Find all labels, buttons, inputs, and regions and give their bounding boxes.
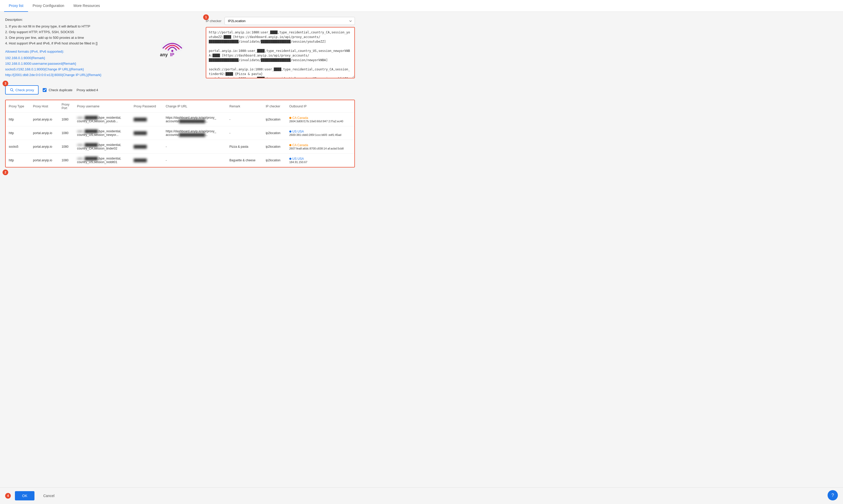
- proxy-input-section: 1 IP checker IP2Location ipinfo.io ipapi…: [206, 17, 355, 79]
- row2-ip: 2600:381:cbb0:285f:1ccc:b6f3 :edf1:45ad: [289, 133, 351, 137]
- col-outbound-ip: Outbound IP: [286, 100, 355, 113]
- ip-checker-select[interactable]: IP2Location ipinfo.io ipapi.co: [224, 17, 355, 25]
- table-row: http portal.anyip.io 1080 user_██████,ty…: [6, 113, 355, 126]
- description-box: Description: 1. If you do not fill in th…: [5, 17, 139, 79]
- table-header-row: Proxy Type Proxy Host Proxy Port Proxy u…: [6, 100, 355, 113]
- step-badge-3: 3: [3, 81, 8, 86]
- description-title: Description:: [5, 17, 139, 23]
- row1-remark: -: [226, 113, 262, 126]
- row1-ip-checker: ip2location: [262, 113, 286, 126]
- row2-change-ip: https://dashboard.anyip.io/api/proxy_acc…: [162, 126, 226, 140]
- row2-remark: -: [226, 126, 262, 140]
- check-duplicate-row: Check duplicate: [43, 88, 72, 92]
- row2-username: user_██████,type_residential,country_US,…: [74, 126, 131, 140]
- format-link-1[interactable]: 192.168.0.1:8000:username:password{Remar…: [5, 61, 139, 67]
- format-link-2[interactable]: socks5://192.168.0.1:8000{Change IP URL}…: [5, 67, 139, 72]
- table-header: Proxy Type Proxy Host Proxy Port Proxy u…: [6, 100, 355, 113]
- row2-location: US USA: [289, 130, 351, 133]
- col-remark: Remark: [226, 100, 262, 113]
- col-proxy-username: Proxy username: [74, 100, 131, 113]
- check-duplicate-checkbox[interactable]: [43, 88, 47, 92]
- row3-ip-checker: ip2location: [262, 140, 286, 154]
- nav-tabs: Proxy list Proxy Configuration More Reso…: [0, 0, 843, 12]
- tab-more-resources[interactable]: More Resources: [69, 0, 105, 12]
- row1-ip: 2604:3d08:f17b:10e0:60cf:847 2:f7a2:ec40: [289, 120, 351, 123]
- row3-location: CA Canada: [289, 143, 351, 147]
- ip-checker-label: IP checker: [206, 19, 221, 23]
- col-proxy-host: Proxy Host: [30, 100, 58, 113]
- table-row: http portal.anyip.io 1080 user_██████,ty…: [6, 154, 355, 167]
- step-badge-4: 4: [5, 493, 11, 499]
- row3-remark: Pizza & pasta: [226, 140, 262, 154]
- logo-area: any IP: [144, 17, 201, 79]
- row4-host: portal.anyip.io: [30, 154, 58, 167]
- check-proxy-btn-label: Check proxy: [15, 88, 34, 92]
- ip-checker-row: IP checker IP2Location ipinfo.io ipapi.c…: [206, 17, 355, 25]
- proxy-added-label: Proxy added:4: [76, 88, 98, 92]
- cancel-button[interactable]: Cancel: [38, 491, 59, 500]
- svg-point-1: [171, 50, 173, 52]
- anyip-logo: any IP: [152, 38, 193, 58]
- row2-outbound: US USA 2600:381:cbb0:285f:1ccc:b6f3 :edf…: [286, 126, 355, 140]
- row1-change-ip: https://dashboard.anyip.io/api/proxy_acc…: [162, 113, 226, 126]
- main-content: Description: 1. If you do not fill in th…: [0, 12, 360, 177]
- row4-change-ip: -: [162, 154, 226, 167]
- row1-outbound: CA Canada 2604:3d08:f17b:10e0:60cf:847 2…: [286, 113, 355, 126]
- svg-text:IP: IP: [170, 52, 174, 57]
- row1-password: ██████: [131, 113, 163, 126]
- col-proxy-type: Proxy Type: [6, 100, 30, 113]
- col-change-ip-url: Change IP URL: [162, 100, 226, 113]
- row2-port: 1080: [58, 126, 74, 140]
- format-link-0[interactable]: 192.168.0.1:8000{Remark}: [5, 55, 139, 61]
- allowed-formats-title: Allowed formats (IPv4, IPv6 supported):: [5, 49, 139, 54]
- row1-port: 1080: [58, 113, 74, 126]
- row4-ip: 184.91.150.67: [289, 161, 351, 164]
- row1-location: CA Canada: [289, 116, 351, 120]
- table-body: http portal.anyip.io 1080 user_██████,ty…: [6, 113, 355, 167]
- top-section: Description: 1. If you do not fill in th…: [5, 17, 355, 79]
- col-proxy-port: Proxy Port: [58, 100, 74, 113]
- desc-item-4: 4. Host support IPv4 and IPv6, if IPv6 h…: [5, 41, 139, 46]
- ok-button[interactable]: OK: [15, 491, 34, 500]
- desc-item-2: 2. Only support HTTP, HTTPS, SSH, SOCKS5: [5, 29, 139, 35]
- tab-proxy-configuration[interactable]: Proxy Configuration: [28, 0, 69, 12]
- proxy-textarea[interactable]: http://portal.anyip.io:1080:user_████,ty…: [206, 27, 355, 78]
- row3-type: socks5: [6, 140, 30, 154]
- row3-outbound: CA Canada 2607:fea8:a6dc:8700:c838:14 af…: [286, 140, 355, 154]
- desc-item-1: 1. If you do not fill in the proxy type,…: [5, 24, 139, 29]
- proxy-table-container: Proxy Type Proxy Host Proxy Port Proxy u…: [5, 100, 355, 167]
- col-ip-checker: IP checker: [262, 100, 286, 113]
- check-proxy-button[interactable]: Check proxy: [5, 85, 38, 94]
- search-icon: [10, 88, 14, 92]
- row3-port: 1080: [58, 140, 74, 154]
- format-link-3[interactable]: http://[2001:db8:2de:0:0:0:0:e13]:8000{C…: [5, 72, 139, 78]
- row2-password: ██████: [131, 126, 163, 140]
- table-row: socks5 portal.anyip.io 1080 user_██████,…: [6, 140, 355, 154]
- row3-host: portal.anyip.io: [30, 140, 58, 154]
- proxy-input-area: IP checker IP2Location ipinfo.io ipapi.c…: [206, 17, 355, 79]
- help-icon[interactable]: ?: [828, 490, 838, 500]
- step-badge-1: 1: [203, 14, 209, 20]
- row1-type: http: [6, 113, 30, 126]
- row4-port: 1080: [58, 154, 74, 167]
- row3-password: ██████: [131, 140, 163, 154]
- tab-proxy-list[interactable]: Proxy list: [4, 0, 28, 12]
- row3-username: user_██████,type_residential,country_CA,…: [74, 140, 131, 154]
- row3-change-ip: -: [162, 140, 226, 154]
- table-row: http portal.anyip.io 1080 user_██████,ty…: [6, 126, 355, 140]
- check-duplicate-label: Check duplicate: [49, 88, 72, 92]
- row4-location: US USA: [289, 157, 351, 161]
- proxy-table-wrapper: 2 Proxy Type Proxy Host Proxy Port Proxy…: [5, 100, 355, 167]
- row4-outbound: US USA 184.91.150.67: [286, 154, 355, 167]
- row4-password: ██████: [131, 154, 163, 167]
- svg-line-5: [13, 91, 14, 92]
- allowed-formats: Allowed formats (IPv4, IPv6 supported): …: [5, 49, 139, 77]
- row1-host: portal.anyip.io: [30, 113, 58, 126]
- row2-ip-checker: ip2location: [262, 126, 286, 140]
- row1-username: user_██████,type_residential,country_CA,…: [74, 113, 131, 126]
- proxy-table: Proxy Type Proxy Host Proxy Port Proxy u…: [6, 100, 355, 167]
- row4-remark: Baguette & cheese: [226, 154, 262, 167]
- row4-type: http: [6, 154, 30, 167]
- bottom-bar: 4 OK Cancel: [0, 487, 843, 504]
- row4-username: user_██████,type_residential,country_US,…: [74, 154, 131, 167]
